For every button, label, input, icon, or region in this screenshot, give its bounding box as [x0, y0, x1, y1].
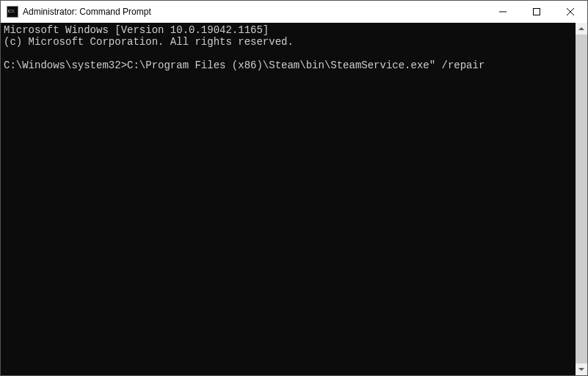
minimize-button[interactable] — [486, 1, 520, 23]
prompt-path: C:\Windows\system32> — [4, 59, 127, 71]
vertical-scrollbar[interactable] — [576, 23, 587, 375]
copyright-line: (c) Microsoft Corporation. All rights re… — [4, 36, 294, 48]
command-prompt-window: C:\ Administrator: Command Prompt Micros… — [0, 0, 588, 376]
svg-text:C:\: C:\ — [8, 8, 15, 14]
scrollbar-track[interactable] — [576, 35, 587, 364]
scroll-down-button[interactable] — [576, 364, 587, 375]
window-controls — [486, 1, 587, 23]
window-title: Administrator: Command Prompt — [23, 7, 486, 17]
svg-marker-8 — [578, 368, 584, 371]
command-input[interactable]: C:\Program Files (x86)\Steam\bin\SteamSe… — [127, 59, 484, 71]
version-line: Microsoft Windows [Version 10.0.19042.11… — [4, 24, 269, 36]
terminal-output[interactable]: Microsoft Windows [Version 10.0.19042.11… — [1, 23, 576, 375]
maximize-button[interactable] — [520, 1, 553, 23]
svg-marker-7 — [578, 27, 584, 30]
cmd-icon: C:\ — [7, 6, 18, 18]
scroll-up-button[interactable] — [576, 23, 587, 35]
titlebar[interactable]: C:\ Administrator: Command Prompt — [1, 1, 587, 23]
close-button[interactable] — [553, 1, 587, 23]
scrollbar-thumb[interactable] — [576, 35, 587, 364]
terminal-area: Microsoft Windows [Version 10.0.19042.11… — [1, 23, 587, 375]
svg-rect-4 — [534, 9, 540, 15]
